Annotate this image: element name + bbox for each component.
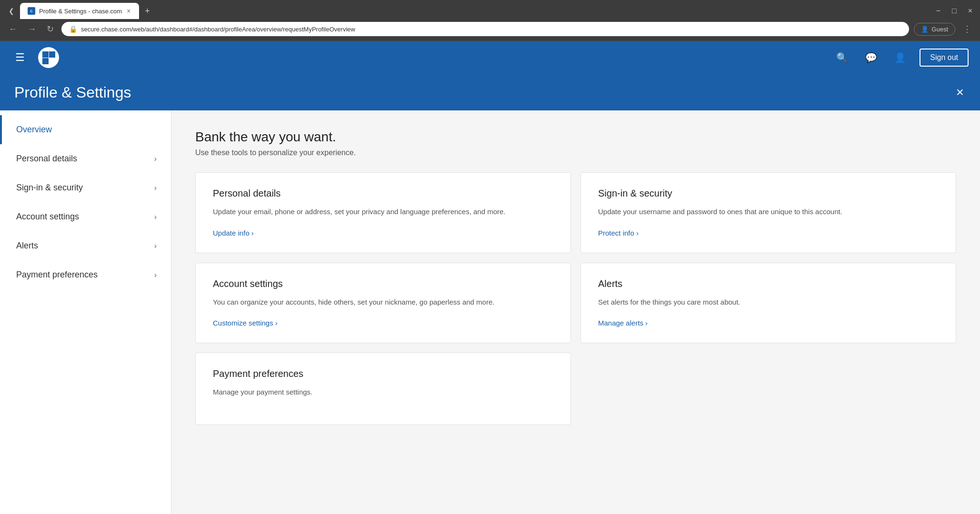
close-button[interactable]: × [965, 6, 975, 16]
chat-icon: 💬 [865, 52, 877, 63]
lock-icon: 🔒 [69, 25, 77, 33]
sidebar-item-label: Sign-in & security [16, 183, 83, 193]
card-payment-preferences: Payment preferences Manage your payment … [195, 353, 571, 425]
sidebar-item-sign-in-security[interactable]: Sign-in & security › [0, 173, 171, 202]
content-area: Bank the way you want. Use these tools t… [171, 110, 980, 514]
card-sign-in-security: Sign-in & security Update your username … [580, 172, 956, 253]
chevron-right-icon: › [645, 319, 648, 327]
card-title: Payment preferences [213, 368, 553, 379]
card-title: Personal details [213, 188, 553, 199]
sidebar-item-label: Alerts [16, 241, 38, 251]
sidebar-item-account-settings[interactable]: Account settings › [0, 202, 171, 231]
window-controls: − □ × [933, 6, 975, 16]
tab-favicon: C [28, 7, 35, 15]
search-button[interactable]: 🔍 [832, 48, 852, 67]
card-description: Update your username and password to one… [598, 207, 939, 217]
account-button[interactable]: 👤 [890, 48, 910, 67]
refresh-button[interactable]: ↻ [44, 22, 57, 36]
chevron-right-icon: › [251, 229, 254, 237]
profile-settings-banner: Profile & Settings × [0, 74, 980, 110]
sidebar-item-alerts[interactable]: Alerts › [0, 231, 171, 260]
chevron-right-icon: › [275, 319, 278, 327]
card-title: Account settings [213, 278, 553, 289]
app-header: ☰ 🔍 💬 👤 Sign out [0, 41, 980, 74]
search-icon: 🔍 [836, 52, 848, 63]
customize-settings-link[interactable]: Customize settings › [213, 319, 278, 327]
content-subheading: Use these tools to personalize your expe… [195, 148, 956, 157]
address-bar-row: ← → ↻ 🔒 secure.chase.com/web/auth/dashbo… [0, 19, 980, 41]
chevron-right-icon: › [154, 155, 157, 163]
chevron-right-icon: › [154, 213, 157, 221]
account-icon: 👤 [894, 52, 906, 63]
chevron-right-icon: › [154, 242, 157, 250]
svg-text:C: C [30, 10, 32, 13]
card-account-settings: Account settings You can organize your a… [195, 263, 571, 344]
sidebar-item-label: Account settings [16, 212, 79, 222]
svg-rect-2 [42, 51, 49, 58]
card-alerts: Alerts Set alerts for the things you car… [580, 263, 956, 344]
tab-title: Profile & Settings - chase.com [39, 8, 122, 15]
tab-group-button[interactable]: ❮ [5, 5, 18, 17]
manage-alerts-label: Manage alerts [598, 319, 643, 327]
address-bar[interactable]: 🔒 secure.chase.com/web/auth/dashboard#/d… [61, 22, 909, 36]
svg-rect-4 [42, 58, 49, 64]
card-description: Update your email, phone or address, set… [213, 207, 553, 217]
chat-button[interactable]: 💬 [861, 48, 881, 67]
tab-bar: ❮ C Profile & Settings - chase.com × + −… [0, 0, 980, 19]
update-info-label: Update info [213, 229, 250, 237]
back-button[interactable]: ← [6, 22, 20, 36]
sidebar: Overview Personal details › Sign-in & se… [0, 110, 171, 514]
sidebar-item-payment-preferences[interactable]: Payment preferences › [0, 260, 171, 289]
content-heading: Bank the way you want. [195, 129, 956, 145]
minimize-button[interactable]: − [933, 6, 943, 16]
active-tab: C Profile & Settings - chase.com × [20, 3, 139, 19]
main-layout: Overview Personal details › Sign-in & se… [0, 110, 980, 514]
banner-close-button[interactable]: × [954, 83, 966, 102]
url-text: secure.chase.com/web/auth/dashboard#/das… [81, 26, 901, 33]
profile-label: Guest [931, 26, 948, 33]
profile-icon: 👤 [921, 26, 929, 33]
sign-out-button[interactable]: Sign out [920, 49, 969, 67]
card-title: Sign-in & security [598, 188, 939, 199]
restore-button[interactable]: □ [949, 6, 960, 16]
profile-settings-title: Profile & Settings [14, 84, 131, 101]
card-personal-details: Personal details Update your email, phon… [195, 172, 571, 253]
protect-info-link[interactable]: Protect info › [598, 229, 639, 237]
forward-button[interactable]: → [25, 22, 39, 36]
chase-logo [38, 47, 59, 68]
chevron-right-icon: › [154, 271, 157, 279]
sidebar-item-label: Personal details [16, 154, 77, 164]
card-description: You can organize your accounts, hide oth… [213, 297, 553, 308]
customize-settings-label: Customize settings [213, 319, 273, 327]
sidebar-item-label: Overview [16, 125, 52, 135]
card-title: Alerts [598, 278, 939, 289]
card-description: Manage your payment settings. [213, 387, 553, 398]
protect-info-label: Protect info [598, 229, 634, 237]
svg-rect-3 [49, 51, 55, 58]
extensions-button[interactable]: ⋮ [960, 22, 974, 36]
cards-grid: Personal details Update your email, phon… [195, 172, 956, 425]
browser-profile-button[interactable]: 👤 Guest [914, 23, 955, 36]
update-info-link[interactable]: Update info › [213, 229, 254, 237]
sidebar-item-personal-details[interactable]: Personal details › [0, 144, 171, 173]
chevron-right-icon: › [154, 184, 157, 192]
new-tab-button[interactable]: + [141, 4, 154, 18]
sidebar-item-overview[interactable]: Overview [0, 115, 171, 144]
sidebar-item-label: Payment preferences [16, 270, 98, 280]
hamburger-button[interactable]: ☰ [11, 48, 29, 68]
tab-close-button[interactable]: × [126, 6, 131, 16]
chevron-right-icon: › [636, 229, 639, 237]
card-description: Set alerts for the things you care most … [598, 297, 939, 308]
manage-alerts-link[interactable]: Manage alerts › [598, 319, 648, 327]
